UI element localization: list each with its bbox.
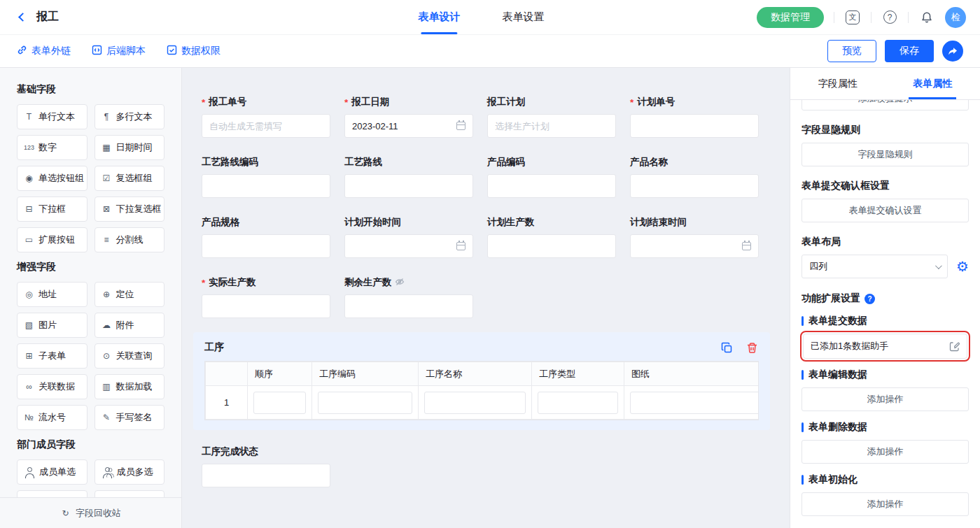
edit-data-add-action-button[interactable]: 添加操作	[802, 387, 969, 411]
plan-start-input[interactable]	[352, 241, 452, 252]
divider	[908, 12, 909, 23]
actual-qty-input[interactable]	[209, 301, 323, 312]
subform-title: 工序	[204, 341, 224, 354]
data-manage-button[interactable]: 数据管理	[757, 7, 824, 28]
field-item-serial-number[interactable]: №流水号	[17, 405, 88, 430]
user-avatar[interactable]: 检	[945, 7, 966, 28]
copy-icon[interactable]	[720, 341, 734, 355]
product-spec-input[interactable]	[209, 241, 323, 252]
field-item-image[interactable]: ▧图片	[17, 313, 88, 338]
tab-form-settings[interactable]: 表单设置	[502, 0, 544, 34]
field-item-address[interactable]: ◎地址	[17, 282, 88, 307]
form-field-plan-end[interactable]: 计划结束时间	[630, 216, 759, 258]
report-plan-input[interactable]	[495, 121, 608, 131]
plan-qty-input[interactable]	[495, 241, 608, 252]
subform-cell-input-process-code[interactable]	[318, 392, 412, 414]
form-field-plan-start[interactable]: 计划开始时间	[344, 216, 473, 258]
process-status-input[interactable]	[209, 471, 323, 481]
field-item-label: 单行文本	[38, 110, 75, 123]
form-field-remaining-qty[interactable]: 剩余生产数	[344, 276, 473, 318]
field-item-label: 地址	[38, 288, 57, 301]
bell-icon[interactable]	[918, 9, 935, 26]
field-item-subform[interactable]: ⊞子表单	[17, 343, 88, 369]
field-item-extend-button[interactable]: ▭扩展按钮	[17, 227, 88, 252]
field-item-datetime[interactable]: ▦日期时间	[94, 135, 165, 160]
subform-process[interactable]: 工序 顺序	[193, 332, 770, 430]
init-add-action-button[interactable]: 添加操作	[802, 492, 969, 516]
form-field-product-name[interactable]: 产品名称	[630, 156, 759, 198]
field-item-label: 日期时间	[116, 141, 153, 154]
panel-tabs: 字段属性 表单属性	[790, 68, 980, 100]
form-design-canvas[interactable]: *报工单号 *报工日期 报工计划 *计划单号 工艺路线编码	[182, 68, 790, 528]
form-field-actual-qty[interactable]: *实际生产数	[202, 276, 330, 318]
plan-no-input[interactable]	[638, 121, 751, 131]
field-item-attachment[interactable]: ☁附件	[94, 313, 165, 338]
layout-select[interactable]: 四列	[802, 255, 948, 278]
form-field-plan-qty[interactable]: 计划生产数	[487, 216, 616, 258]
external-link-item[interactable]: 表单外链	[17, 45, 71, 57]
delete-data-add-action-button[interactable]: 添加操作	[802, 440, 969, 464]
route-input[interactable]	[352, 181, 465, 192]
submit-confirm-button[interactable]: 表单提交确认设置	[802, 199, 969, 222]
form-field-report-no[interactable]: *报工单号	[202, 96, 330, 138]
form-field-report-date[interactable]: *报工日期	[344, 96, 473, 138]
report-date-input[interactable]	[352, 121, 452, 131]
preview-button[interactable]: 预览	[827, 40, 876, 62]
plan-end-input[interactable]	[638, 241, 738, 252]
help-icon[interactable]: ?	[881, 9, 898, 26]
save-button[interactable]: 保存	[885, 40, 934, 62]
field-item-data-load[interactable]: ▥数据加载	[94, 374, 165, 399]
field-item-multi-line-text[interactable]: ¶多行文本	[94, 104, 165, 129]
extensions-help-icon[interactable]: ?	[864, 294, 875, 304]
field-item-number[interactable]: 123数字	[17, 135, 88, 160]
field-item-linked-data[interactable]: ∞关联数据	[17, 374, 88, 399]
subform-cell-input-order[interactable]	[253, 392, 306, 414]
submit-data-assistant[interactable]: 已添加1条数据助手	[803, 334, 967, 359]
subform-cell-input-drawing[interactable]	[630, 392, 759, 414]
field-recycle-bin[interactable]: ↻ 字段回收站	[0, 497, 181, 528]
form-field-product-spec[interactable]: 产品规格	[202, 216, 330, 258]
share-button[interactable]	[942, 41, 963, 62]
form-field-route-code[interactable]: 工艺路线编码	[202, 156, 330, 198]
field-item-single-line-text[interactable]: T单行文本	[17, 104, 88, 129]
product-name-input[interactable]	[638, 181, 751, 192]
field-item-member-multi[interactable]: 成员多选	[94, 459, 165, 485]
back-button[interactable]	[14, 9, 31, 26]
field-item-divider[interactable]: ≡分割线	[94, 227, 165, 252]
product-code-input[interactable]	[495, 181, 608, 192]
form-field-process-status[interactable]: 工序完成状态	[202, 445, 330, 487]
field-item-linked-query[interactable]: ⊙关联查询	[94, 343, 165, 369]
page-title: 报工	[36, 10, 59, 24]
tab-form-design[interactable]: 表单设计	[418, 0, 460, 34]
data-permission-item[interactable]: 数据权限	[167, 45, 220, 57]
form-field-plan-no[interactable]: *计划单号	[630, 96, 759, 138]
delete-icon[interactable]	[745, 341, 759, 355]
field-item-member-single[interactable]: 成员单选	[17, 459, 88, 485]
route-code-input[interactable]	[209, 181, 323, 192]
tab-field-properties[interactable]: 字段属性	[790, 68, 886, 99]
form-field-product-code[interactable]: 产品编码	[487, 156, 616, 198]
field-item-checkbox-group[interactable]: ☑复选框组	[94, 166, 165, 191]
row-index: 1	[206, 386, 248, 420]
clipped-button[interactable]: 添加校验提示	[802, 100, 969, 110]
link-icon	[17, 45, 27, 57]
visibility-rules-button[interactable]: 字段显隐规则	[802, 143, 969, 166]
field-item-dropdown[interactable]: ⊟下拉框	[17, 197, 88, 222]
field-item-signature[interactable]: ✎手写签名	[94, 405, 165, 430]
backend-script-item[interactable]: 后端脚本	[92, 45, 146, 57]
remaining-qty-input[interactable]	[352, 301, 465, 312]
subform-cell-input-process-type[interactable]	[538, 392, 618, 414]
edit-icon[interactable]	[949, 341, 960, 352]
field-item-geolocation[interactable]: ⊕定位	[94, 282, 165, 307]
report-no-input[interactable]	[209, 121, 323, 131]
gear-icon[interactable]: ⚙	[956, 259, 969, 273]
field-item-radio-group[interactable]: ◉单选按钮组	[17, 166, 88, 191]
form-field-route[interactable]: 工艺路线	[344, 156, 473, 198]
field-label: 计划单号	[637, 96, 675, 108]
subform-cell-input-process-name[interactable]	[424, 392, 526, 414]
tab-form-properties[interactable]: 表单属性	[886, 68, 980, 99]
translate-icon[interactable]: 文	[844, 9, 861, 26]
form-field-report-plan[interactable]: 报工计划	[487, 96, 616, 138]
field-item-multi-dropdown[interactable]: ⊠下拉复选框	[94, 197, 165, 222]
subform-col-process-type: 工序类型	[532, 362, 624, 386]
